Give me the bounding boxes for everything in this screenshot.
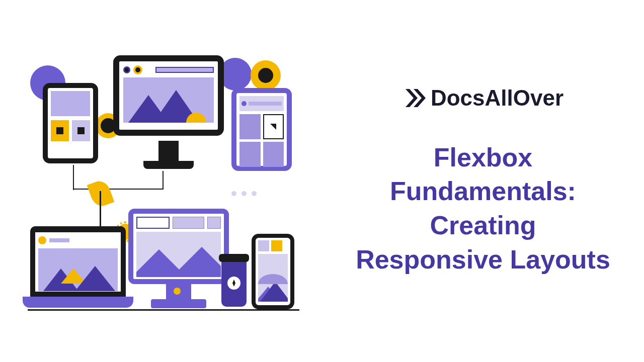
brand-name: DocsAllOver (431, 85, 564, 111)
headline-line: Fundamentals: (390, 176, 576, 206)
tablet-device (231, 88, 292, 171)
headline-line: Responsive Layouts (356, 245, 610, 274)
brand-logo: DocsAllOver (403, 85, 564, 111)
monitor-base (151, 299, 206, 308)
monitor-stand (158, 141, 179, 163)
laptop-device (30, 226, 126, 297)
connector-line (163, 171, 164, 190)
monitor-base (143, 161, 194, 169)
page-headline: Flexbox Fundamentals: Creating Responsiv… (356, 141, 610, 277)
content-panel: DocsAllOver Flexbox Fundamentals: Creati… (322, 0, 644, 362)
desk-line (28, 309, 299, 311)
headline-line: Creating (430, 211, 536, 240)
connector-line (73, 165, 74, 190)
desktop-monitor (113, 55, 224, 136)
tablet-device (43, 83, 98, 163)
decoration-dot (174, 288, 181, 295)
leaf-decoration (86, 181, 116, 221)
brand-icon (403, 86, 427, 110)
laptop-base (23, 297, 133, 308)
desktop-monitor (128, 209, 229, 284)
phone-device (252, 234, 294, 309)
cup-lid (219, 254, 249, 262)
decoration-badge (251, 60, 281, 90)
decoration-dots (231, 191, 257, 196)
headline-line: Flexbox (434, 143, 533, 172)
devices-illustration (0, 0, 322, 362)
cup-logo (227, 277, 240, 290)
